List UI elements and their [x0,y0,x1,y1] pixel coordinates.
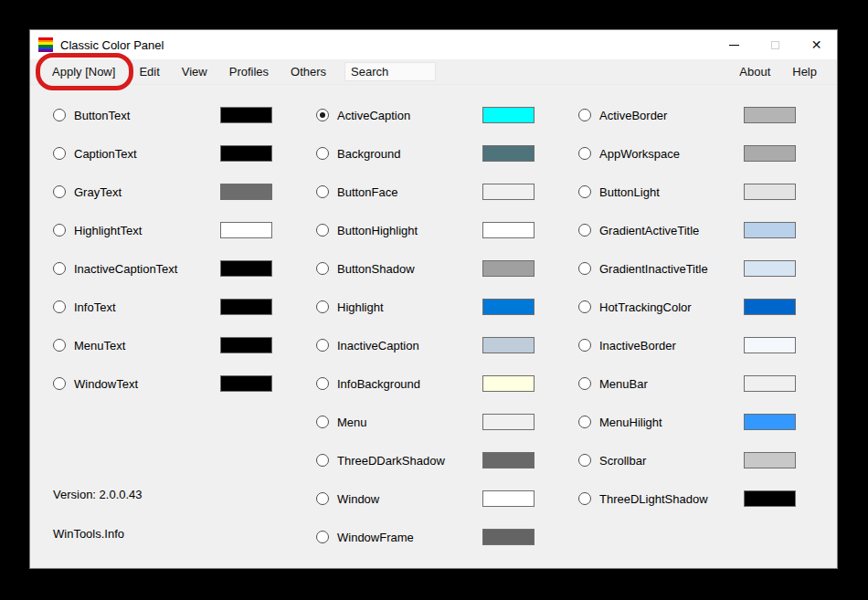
radio-button[interactable] [578,416,591,428]
radio-button[interactable] [316,339,329,352]
radio-button[interactable] [578,377,591,390]
radio-button[interactable] [578,300,591,313]
radio-button[interactable] [53,185,66,198]
app-window: Classic Color Panel ✕ Apply [Now] Edit V… [29,29,838,569]
color-option-row[interactable]: AppWorkspace [578,134,796,173]
radio-button[interactable] [53,300,66,313]
radio-button[interactable] [316,300,329,313]
color-swatch [220,375,272,392]
color-option-row[interactable]: ButtonHighlight [316,211,535,249]
radio-button[interactable] [316,454,329,467]
color-option-row[interactable]: ButtonLight [578,173,796,211]
search-input[interactable] [344,62,436,81]
radio-button[interactable] [316,377,329,390]
color-option-label: InfoText [74,300,116,314]
color-option-row[interactable]: Menu [316,403,535,441]
color-option-row[interactable]: InfoBackground [316,364,535,403]
color-swatch [744,299,796,315]
color-swatch [744,222,796,238]
radio-button[interactable] [578,109,591,121]
color-option-row[interactable]: ThreeDDarkShadow [316,441,535,479]
radio-button[interactable] [578,262,591,275]
color-option-row[interactable]: ButtonText [53,96,272,134]
color-option-label: ButtonShadow [337,262,415,276]
radio-button[interactable] [316,262,329,275]
color-option-label: InactiveCaptionText [74,262,177,276]
radio-button[interactable] [578,454,591,467]
color-option-label: ButtonHighlight [337,224,418,237]
menu-item-profiles[interactable]: Profiles [218,59,280,84]
color-option-row[interactable]: InactiveCaption [316,326,535,364]
color-option-row[interactable]: HighlightText [53,211,272,249]
color-option-row[interactable]: Scrollbar [578,441,796,479]
color-option-row[interactable]: Highlight [316,288,535,326]
color-swatch [482,260,535,277]
color-option-row[interactable]: InactiveCaptionText [53,249,272,288]
menu-item-edit[interactable]: Edit [128,59,170,84]
color-option-label: Window [337,492,379,506]
maximize-icon [771,41,779,49]
color-option-label: MenuHilight [599,416,662,429]
menu-item-about[interactable]: About [728,59,781,84]
color-swatch [744,145,796,162]
close-button[interactable]: ✕ [796,30,837,59]
radio-button[interactable] [316,531,329,543]
color-option-row[interactable]: ActiveBorder [578,96,796,134]
titlebar: Classic Color Panel ✕ [30,30,837,59]
caption-controls: ✕ [714,30,837,59]
close-icon: ✕ [811,38,822,51]
menu-item-apply-now[interactable]: Apply [Now] [39,59,128,84]
color-option-row[interactable]: Window [316,479,535,518]
color-option-label: GradientInactiveTitle [599,262,708,276]
color-option-row[interactable]: ActiveCaption [316,96,535,134]
radio-button[interactable] [53,147,66,160]
radio-button[interactable] [316,109,329,121]
color-option-row[interactable]: WindowFrame [316,518,535,556]
radio-button[interactable] [53,262,66,275]
radio-button[interactable] [578,147,591,160]
radio-button[interactable] [316,147,329,160]
color-option-row[interactable]: WindowText [53,364,272,403]
color-option-row[interactable]: Background [316,134,535,173]
menubar-right: About Help [728,59,828,84]
color-option-row[interactable]: InactiveBorder [578,326,796,364]
radio-button[interactable] [316,492,329,505]
menu-item-help[interactable]: Help [781,59,828,84]
radio-button[interactable] [316,224,329,237]
color-option-row[interactable]: MenuBar [578,364,796,403]
rainbow-flag-app-icon [38,37,53,52]
radio-button[interactable] [53,339,66,352]
radio-button[interactable] [53,224,66,237]
minimize-icon [729,45,739,46]
color-option-row[interactable]: GrayText [53,173,272,211]
radio-button[interactable] [53,377,66,390]
color-option-row[interactable]: GradientInactiveTitle [578,249,796,288]
color-option-row[interactable]: ButtonFace [316,173,535,211]
color-option-row[interactable]: InfoText [53,288,272,326]
color-option-label: ButtonFace [337,185,398,199]
radio-button[interactable] [578,224,591,237]
radio-button[interactable] [316,416,329,428]
radio-button[interactable] [578,339,591,352]
radio-button[interactable] [578,492,591,505]
color-option-row[interactable]: MenuHilight [578,403,796,441]
color-swatch [744,490,796,507]
color-swatch [220,260,272,277]
radio-button[interactable] [53,109,66,121]
menu-item-view[interactable]: View [171,59,218,84]
menubar: Apply [Now] Edit View Profiles Others Ab… [30,59,837,85]
color-option-row[interactable]: MenuText [53,326,272,364]
color-option-label: Highlight [337,300,384,314]
color-option-row[interactable]: HotTrackingColor [578,288,796,326]
menu-item-others[interactable]: Others [280,59,337,84]
color-option-row[interactable]: ButtonShadow [316,249,535,288]
color-option-row[interactable]: GradientActiveTitle [578,211,796,249]
radio-button[interactable] [316,185,329,198]
radio-button[interactable] [578,185,591,198]
color-option-label: GradientActiveTitle [599,224,699,237]
minimize-button[interactable] [714,30,755,59]
color-option-label: ThreeDLightShadow [599,492,708,506]
color-option-row[interactable]: ThreeDLightShadow [578,479,796,518]
maximize-button[interactable] [755,30,796,59]
color-option-row[interactable]: CaptionText [53,134,272,173]
